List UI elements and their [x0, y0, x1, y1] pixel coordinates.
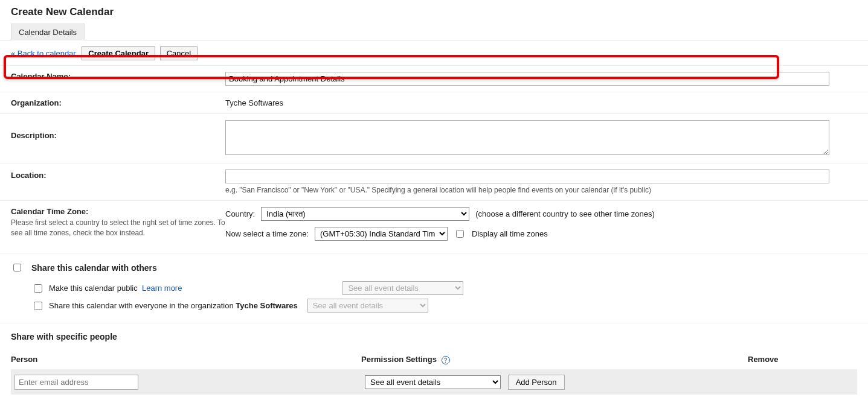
public-visibility-select: See all event details [342, 281, 463, 295]
organization-value: Tyche Softwares [225, 98, 283, 107]
page-title: Create New Calendar [11, 6, 857, 18]
org-visibility-select: See all event details [307, 299, 428, 313]
share-with-others-title: Share this calendar with others [31, 263, 157, 273]
learn-more-link[interactable]: Learn more [142, 284, 182, 293]
share-specific-title: Share with specific people [11, 332, 857, 341]
tab-calendar-details[interactable]: Calendar Details [11, 24, 85, 40]
add-person-button[interactable]: Add Person [508, 375, 565, 390]
description-label: Description: [11, 131, 57, 140]
share-with-others-checkbox[interactable] [13, 264, 21, 271]
header: Create New Calendar Calendar Details [0, 0, 868, 40]
make-public-label: Make this calendar public [49, 284, 138, 293]
table-header-row: Person Permission Settings ? Remove [11, 350, 857, 370]
col-permission-header: Permission Settings [361, 355, 437, 364]
share-org-checkbox[interactable] [34, 302, 42, 310]
location-label: Location: [11, 171, 47, 180]
timezone-sublabel: Please first select a country to select … [11, 218, 225, 238]
add-person-row: See all event details Add Person [11, 370, 857, 395]
col-remove-header: Remove [748, 355, 857, 364]
location-input[interactable] [225, 170, 829, 183]
timezone-select[interactable]: (GMT+05:30) India Standard Time [315, 227, 448, 241]
display-all-timezones-checkbox[interactable] [456, 230, 464, 238]
share-org-label: Share this calendar with everyone in the… [49, 301, 234, 310]
permission-select[interactable]: See all event details [365, 375, 501, 389]
location-hint: e.g. "San Francisco" or "New York" or "U… [225, 186, 857, 194]
help-icon[interactable]: ? [442, 356, 450, 364]
description-textarea[interactable] [225, 120, 829, 155]
organization-label: Organization: [11, 98, 62, 107]
display-all-timezones-label: Display all time zones [472, 229, 548, 238]
share-org-name: Tyche Softwares [236, 301, 297, 310]
country-label: Country: [225, 209, 255, 218]
country-hint: (choose a different country to see other… [475, 209, 655, 218]
timezone-label: Calendar Time Zone: [11, 207, 88, 216]
email-input[interactable] [14, 375, 138, 390]
highlight-callout [4, 55, 779, 79]
timezone-select-label: Now select a time zone: [225, 229, 309, 238]
col-person-header: Person [11, 355, 361, 364]
table-row: shruti@tychesoftwares.com Make changes A… [11, 395, 857, 400]
country-select[interactable]: India (भारत) [261, 207, 469, 221]
make-public-checkbox[interactable] [34, 284, 42, 293]
